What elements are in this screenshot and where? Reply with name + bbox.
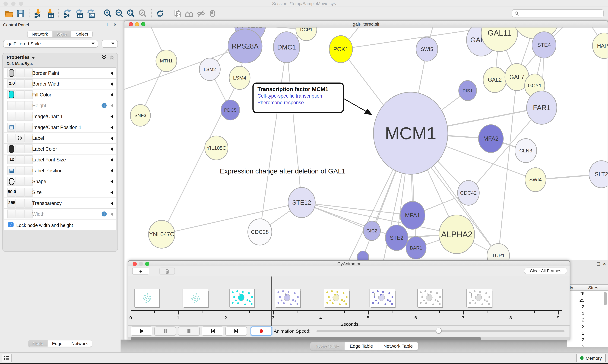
default-value-cell[interactable]: 255 [7,199,15,208]
tab-select[interactable]: Select [71,31,93,37]
tab-edge-table[interactable]: Edge Table [345,342,378,350]
search-input[interactable] [521,11,601,16]
annotation-link[interactable]: Pheromone response [257,100,339,105]
bypass-cell[interactable] [24,188,32,197]
bypass-cell[interactable] [24,112,32,121]
task-history-button[interactable] [2,354,12,362]
table-row[interactable]: 2 [567,337,608,344]
timeline-frame-5[interactable] [324,289,349,307]
mapping-cell[interactable] [16,90,24,99]
timeline-frame-6[interactable] [370,289,395,307]
network-window-title-bar[interactable]: galFiltered.sif [124,21,608,27]
default-value-cell[interactable] [7,209,15,218]
property-row-label[interactable]: Label [4,133,116,144]
memory-button[interactable]: Memory [576,354,606,362]
close-panel-icon[interactable]: ✕ [113,23,117,27]
import-table-button[interactable] [44,8,55,19]
expand-row-icon[interactable] [111,201,113,205]
collapse-all-icon[interactable] [110,54,114,61]
table-row[interactable]: 25 [567,298,608,304]
mapping-cell[interactable] [16,166,24,175]
tab-style[interactable]: Style [53,31,71,37]
mapping-cell[interactable] [16,123,24,131]
expand-row-icon[interactable] [111,93,113,97]
property-row-shape[interactable]: Shape [4,176,116,187]
pause-button[interactable] [154,326,176,336]
property-row-image-chart-position-1[interactable]: Image/Chart Position 1 [4,122,116,133]
default-value-cell[interactable]: 12 [7,155,15,164]
expand-all-icon[interactable] [102,54,107,61]
edge-DMC1-STE12[interactable] [287,47,302,203]
expand-row-icon[interactable] [111,125,113,129]
results-table-body[interactable]: 26252122222 [567,291,608,347]
mapping-cell[interactable] [16,177,24,186]
edge-GAL7-TUP1[interactable] [498,77,517,256]
expand-row-icon[interactable] [111,82,113,86]
default-value-cell[interactable] [7,144,15,153]
export-network-button[interactable] [61,8,73,19]
bypass-cell[interactable] [24,134,32,143]
mapping-cell[interactable] [16,209,24,218]
expand-row-icon[interactable] [111,71,113,75]
timeline-scrollbar[interactable] [128,337,570,340]
expand-row-icon[interactable] [111,104,113,107]
float-panel-icon[interactable]: ❑ [597,262,600,266]
mapping-cell[interactable] [16,144,24,153]
lock-checkbox[interactable]: ✓ [8,222,14,227]
bypass-cell[interactable] [24,90,32,99]
skip-end-button[interactable] [225,326,247,336]
edge-RPS28A-vI[interactable] [124,46,245,91]
table-row[interactable]: 1 [567,311,608,317]
default-value-cell[interactable] [7,101,15,110]
save-session-button[interactable] [15,8,26,19]
close-panel-icon[interactable]: ✕ [603,262,606,266]
expand-row-icon[interactable] [111,158,113,162]
mapping-cell[interactable] [16,188,24,197]
add-frame-button[interactable]: + [132,268,149,274]
export-table-button[interactable] [73,8,84,19]
bypass-cell[interactable] [24,199,32,208]
bypass-cell[interactable] [24,177,32,186]
table-row[interactable]: 2 [567,330,608,337]
mapping-cell[interactable] [16,199,24,208]
bypass-cell[interactable] [24,166,32,175]
cyanimator-timeline[interactable]: Seconds 0123456789 [128,276,570,325]
default-value-cell[interactable] [7,90,15,99]
default-value-cell[interactable]: 2.0 [7,79,15,88]
timeline-frame-1[interactable] [134,289,160,307]
delete-frame-button[interactable] [159,268,175,274]
style-selector-dropdown[interactable]: galFiltered Style [3,40,98,48]
mapping-cell[interactable] [16,79,24,88]
tab-network[interactable]: Network [28,31,53,37]
table-row[interactable]: 2 [567,343,608,347]
scrollbar-thumb[interactable] [131,337,481,340]
bypass-cell[interactable] [24,123,32,131]
property-row-width[interactable]: Widthi [4,209,116,220]
expand-row-icon[interactable] [111,169,113,173]
expand-row-icon[interactable] [111,212,113,216]
bypass-cell[interactable] [24,68,32,77]
info-icon[interactable]: i [102,103,107,108]
tab-network[interactable]: Network [67,340,92,347]
mapping-cell[interactable] [16,101,24,110]
property-row-image-chart-1[interactable]: Image/Chart 1 [4,111,116,122]
property-row-label-font-size[interactable]: 12Label Font Size [4,155,116,165]
bypass-cell[interactable] [24,101,32,110]
table-row[interactable]: 2 [567,304,608,311]
scrollbar-thumb[interactable] [604,292,607,305]
float-panel-icon[interactable]: ❑ [107,23,111,27]
mapping-cell[interactable] [16,155,24,164]
zoom-out-button[interactable] [114,8,125,19]
clear-all-frames-button[interactable]: Clear All Frames [524,268,567,274]
expand-row-icon[interactable] [111,147,113,151]
bypass-cell[interactable] [24,155,32,164]
property-row-label-color[interactable]: Label Color [4,144,116,155]
skip-start-button[interactable] [202,326,223,336]
table-row[interactable]: 2 [567,324,608,330]
annotation-link[interactable]: Cell-type-specific transcription [257,93,339,99]
play-button[interactable] [131,326,152,336]
property-row-transparency[interactable]: 255Transparency [4,198,116,209]
property-row-height[interactable]: Heighti [4,100,116,111]
edge-STE12-YNL047C[interactable] [162,203,302,234]
edge-DMC1-CDC28[interactable] [260,47,287,232]
